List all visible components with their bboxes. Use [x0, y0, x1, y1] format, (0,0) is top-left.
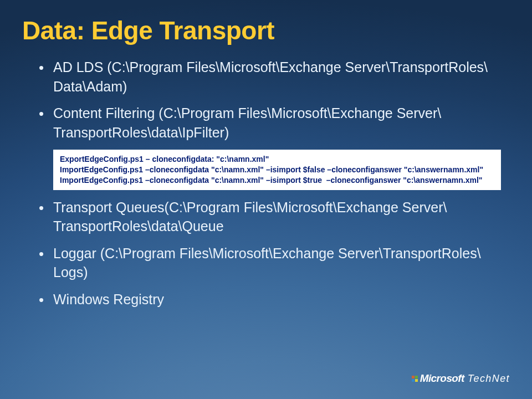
bullet-list: AD LDS (C:\Program Files\Microsoft\Excha… — [22, 58, 510, 142]
microsoft-technet-logo: Microsoft TechNet — [420, 372, 510, 385]
bullet-item-loggar: Loggar (C:\Program Files\Microsoft\Excha… — [39, 244, 504, 282]
bullet-item-windows-registry: Windows Registry — [39, 290, 504, 309]
bullet-list-continued: Transport Queues(C:\Program Files\Micros… — [22, 198, 510, 309]
bullet-item-adlds: AD LDS (C:\Program Files\Microsoft\Excha… — [39, 58, 504, 96]
bullet-item-content-filtering: Content Filtering (C:\Program Files\Micr… — [39, 104, 504, 142]
code-box: ExportEdgeConfig.ps1 – cloneconfigdata: … — [53, 150, 501, 190]
footer-logo: Microsoft TechNet — [412, 372, 510, 385]
slide: Data: Edge Transport AD LDS (C:\Program … — [0, 0, 532, 399]
windows-flag-icon — [412, 376, 418, 382]
bullet-item-transport-queues: Transport Queues(C:\Program Files\Micros… — [39, 198, 504, 236]
logo-brand-light: TechNet — [468, 373, 510, 385]
logo-brand-bold: Microsoft — [420, 372, 464, 385]
slide-title: Data: Edge Transport — [22, 16, 510, 45]
